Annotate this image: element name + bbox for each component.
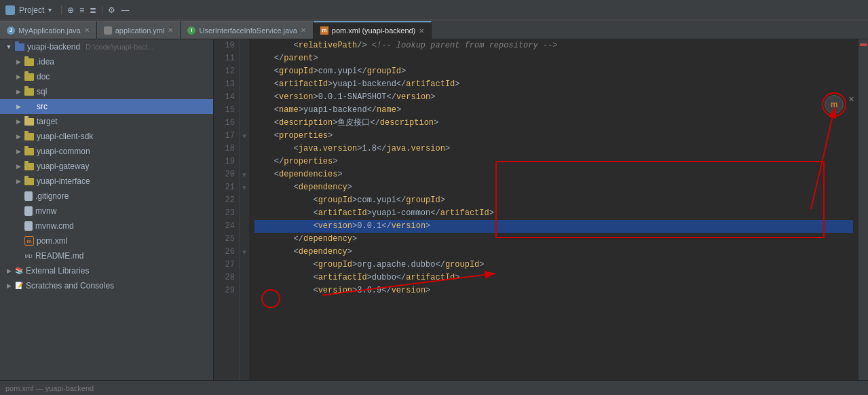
separator	[61, 5, 62, 15]
fold-14[interactable]	[240, 91, 249, 104]
target-arrow: ▶	[15, 118, 22, 125]
java-icon: J	[7, 26, 15, 35]
title-bar: Project ▾ ⊕ ≡ ≣ ⚙ —	[0, 0, 868, 20]
sidebar-item-mvnw-cmd[interactable]: ▶ mvnw.cmd	[0, 219, 213, 233]
fold-21[interactable]: ▼	[240, 181, 249, 194]
fold-19[interactable]	[240, 155, 249, 168]
fold-26[interactable]: ▼	[240, 246, 249, 259]
line-16: 16	[214, 117, 235, 130]
line-20: 20	[214, 168, 235, 181]
tab-uiservice[interactable]: I UserInterfaceInfoService.java ✕	[181, 21, 313, 39]
sidebar: ▼ yuapi-backend D:\code\yuapi-bacl... ▶ …	[0, 39, 214, 380]
fold-22[interactable]	[240, 194, 249, 207]
fold-18[interactable]	[240, 143, 249, 155]
code-line-26: <dependency>	[254, 246, 853, 259]
src-arrow: ▶	[15, 103, 22, 110]
fold-28[interactable]	[240, 271, 249, 284]
tab-appyml-close[interactable]: ✕	[168, 26, 173, 34]
scroll-mark-top	[860, 43, 867, 46]
sql-folder	[24, 88, 34, 96]
sidebar-item-gateway[interactable]: ▶ yuapi-gateway	[0, 159, 213, 174]
sidebar-root[interactable]: ▼ yuapi-backend D:\code\yuapi-bacl...	[0, 39, 213, 54]
code-line-25: </dependency>	[254, 233, 853, 246]
fold-10[interactable]	[240, 39, 249, 52]
target-folder	[24, 118, 34, 126]
tab-myapp[interactable]: J MyApplication.java ✕	[0, 21, 97, 39]
project-chevron[interactable]: ▾	[48, 6, 52, 14]
sidebar-item-interface[interactable]: ▶ yuapi-interface	[0, 174, 213, 189]
line-10: 10	[214, 39, 235, 52]
service-icon: I	[187, 26, 195, 35]
sidebar-item-sql[interactable]: ▶ sql	[0, 84, 213, 99]
client-sdk-label: yuapi-client-sdk	[37, 132, 93, 141]
navigate-icon[interactable]: ⊕	[67, 5, 74, 15]
tab-appyml[interactable]: application.yml ✕	[97, 21, 181, 39]
fold-15[interactable]	[240, 104, 249, 117]
fold-25[interactable]	[240, 233, 249, 246]
tab-myapp-close[interactable]: ✕	[84, 26, 90, 34]
sidebar-item-ext-libs[interactable]: ▶ 📚 External Libraries	[0, 263, 213, 278]
maven-panel-close[interactable]: ✕	[848, 95, 854, 104]
project-label[interactable]: Project	[19, 5, 44, 15]
code-line-23: <artifactId>yuapi-common</artifactId>	[254, 207, 853, 220]
code-line-11: </parent>	[254, 52, 853, 65]
sidebar-item-common[interactable]: ▶ yuapi-common	[0, 144, 213, 159]
sidebar-item-readme[interactable]: ▶ MD README.md	[0, 248, 213, 263]
structure-icon[interactable]: ≡	[79, 5, 84, 15]
project-icon	[5, 5, 15, 15]
fold-13[interactable]	[240, 78, 249, 91]
fold-27[interactable]	[240, 259, 249, 271]
sidebar-item-src[interactable]: ▶ src	[0, 99, 213, 114]
sidebar-item-gitignore[interactable]: ▶ .gitignore	[0, 189, 213, 204]
maven-panel-icon[interactable]: m	[825, 95, 844, 114]
line-14: 14	[214, 91, 235, 104]
code-line-12: <groupId>com.yupi</groupId>	[254, 65, 853, 78]
interface-folder	[24, 178, 34, 185]
line-15: 15	[214, 104, 235, 117]
line-23: 23	[214, 207, 235, 220]
sidebar-item-pom-xml[interactable]: ▶ m pom.xml	[0, 233, 213, 248]
tab-uiservice-close[interactable]: ✕	[301, 26, 306, 34]
fold-16[interactable]	[240, 117, 249, 130]
gitignore-label: .gitignore	[35, 191, 69, 201]
tab-pom-close[interactable]: ✕	[419, 27, 424, 35]
sidebar-item-idea[interactable]: ▶ .idea	[0, 54, 213, 69]
interface-label: yuapi-interface	[37, 176, 90, 186]
minimize-icon[interactable]: —	[121, 5, 129, 15]
fold-29[interactable]	[240, 284, 249, 297]
fold-24[interactable]	[240, 220, 249, 233]
tab-myapp-label: MyApplication.java	[18, 26, 81, 35]
sidebar-item-mvnw[interactable]: ▶ mvnw	[0, 204, 213, 219]
tab-uiservice-label: UserInterfaceInfoService.java	[199, 26, 297, 35]
sidebar-item-doc[interactable]: ▶ doc	[0, 69, 213, 84]
gateway-folder	[24, 163, 34, 170]
line-19: 19	[214, 155, 235, 168]
readme-icon: MD	[24, 251, 33, 261]
doc-label: doc	[37, 72, 50, 81]
doc-arrow: ▶	[15, 73, 22, 80]
client-sdk-folder	[24, 133, 34, 140]
code-line-13: <artifactId>yuapi-backend</artifactId>	[254, 78, 853, 91]
sidebar-item-target[interactable]: ▶ target	[0, 114, 213, 129]
src-label: src	[37, 102, 48, 111]
status-text: pom.xml — yuapi-backend	[5, 384, 94, 392]
sidebar-item-client-sdk[interactable]: ▶ yuapi-client-sdk	[0, 129, 213, 144]
scratches-icon: 📝	[15, 282, 23, 290]
separator2	[102, 5, 102, 15]
tab-pom[interactable]: m pom.xml (yuapi-backend) ✕	[314, 21, 432, 39]
scroll-indicator-panel	[858, 39, 868, 380]
fold-17[interactable]: ▼	[240, 130, 249, 143]
line-11: 11	[214, 52, 235, 65]
line-12: 12	[214, 65, 235, 78]
settings-icon[interactable]: ⚙	[108, 5, 115, 15]
idea-folder	[24, 58, 34, 66]
fold-11[interactable]	[240, 52, 249, 65]
ext-libs-label: External Libraries	[26, 266, 89, 276]
sidebar-item-scratches[interactable]: ▶ 📝 Scratches and Consoles	[0, 278, 213, 293]
hierarchy-icon[interactable]: ≣	[90, 5, 96, 15]
code-editor[interactable]: <relativePath/> <!-- lookup parent from …	[249, 39, 858, 380]
fold-20[interactable]: ▼	[240, 168, 249, 181]
fold-23[interactable]	[240, 207, 249, 220]
gitignore-icon	[24, 191, 33, 201]
fold-12[interactable]	[240, 65, 249, 78]
